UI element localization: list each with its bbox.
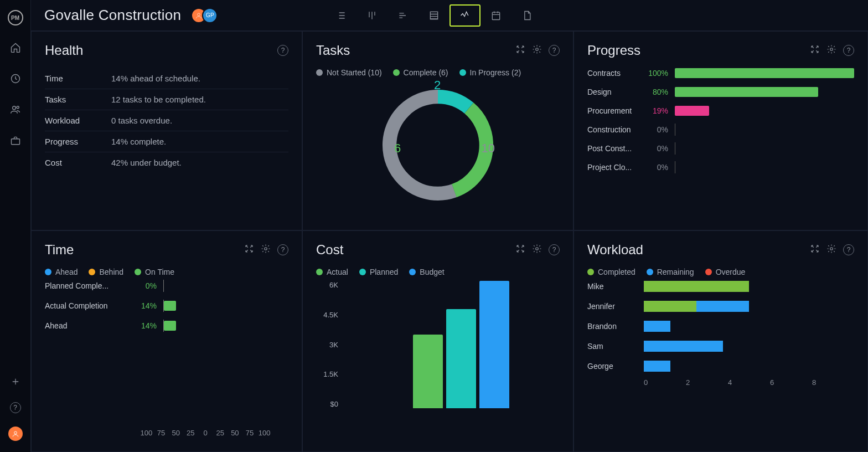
axis-label: 0	[644, 378, 686, 387]
legend-label: Actual	[327, 268, 348, 276]
progress-track	[675, 125, 854, 135]
legend-dot-icon	[705, 269, 712, 275]
expand-icon[interactable]	[515, 44, 525, 56]
axis-label: 75	[154, 429, 169, 437]
donut-value-complete: 6	[394, 141, 401, 156]
svg-point-13	[265, 248, 267, 250]
panel-time: Time ? Ahead Behind On Time Planned Comp…	[31, 230, 302, 452]
help-icon[interactable]: ?	[549, 244, 560, 255]
time-row: Planned Comple... 0%	[45, 281, 288, 291]
workload-name: Sam	[587, 342, 634, 351]
people-icon[interactable]	[10, 104, 21, 117]
cost-bar-actual	[413, 335, 443, 408]
gear-icon[interactable]	[826, 244, 836, 256]
workload-track	[644, 341, 854, 352]
view-file-icon[interactable]	[512, 4, 542, 27]
svg-point-1	[12, 106, 16, 110]
workload-bar-completed	[644, 281, 749, 292]
svg-point-4	[14, 432, 17, 434]
progress-name: Design	[587, 88, 638, 96]
legend-item: Actual	[316, 268, 348, 276]
legend-item: Planned	[359, 268, 398, 276]
user-avatar[interactable]	[8, 427, 23, 441]
axis-label: 8	[812, 378, 854, 387]
legend-dot-icon	[135, 269, 141, 275]
gear-icon[interactable]	[261, 244, 271, 256]
workload-row: Mike	[587, 281, 854, 292]
workload-name: Jennifer	[587, 302, 634, 311]
expand-icon[interactable]	[515, 244, 525, 256]
health-label: Cost	[45, 158, 111, 167]
help-icon[interactable]: ?	[277, 45, 288, 56]
expand-icon[interactable]	[810, 244, 820, 256]
home-icon[interactable]	[10, 42, 21, 55]
view-gantt-icon[interactable]	[388, 4, 418, 27]
briefcase-icon[interactable]	[10, 135, 21, 148]
legend-dot-icon	[393, 69, 400, 76]
view-sheet-icon[interactable]	[418, 4, 450, 27]
panel-title: Time	[45, 242, 74, 258]
help-icon[interactable]: ?	[549, 45, 560, 56]
progress-track	[675, 162, 854, 172]
tasks-donut-chart: 2 6 10	[374, 81, 502, 209]
help-icon[interactable]: ?	[10, 402, 21, 413]
axis-label: 25	[183, 429, 198, 437]
health-row: Progress 14% complete.	[45, 131, 288, 152]
progress-row: Design 80%	[587, 87, 854, 97]
cost-bar-planned	[446, 309, 476, 408]
legend-dot-icon	[316, 269, 323, 275]
progress-track	[675, 68, 854, 78]
workload-name: Mike	[587, 282, 634, 291]
axis-label: 75	[242, 429, 257, 437]
svg-point-8	[536, 48, 539, 51]
legend-dot-icon	[89, 269, 95, 275]
progress-bar	[675, 68, 854, 78]
donut-value-notstarted: 10	[482, 141, 495, 156]
legend-label: On Time	[145, 268, 174, 276]
gear-icon[interactable]	[826, 44, 836, 56]
time-row: Ahead 14%	[45, 321, 288, 331]
time-pct: 14%	[135, 321, 157, 330]
progress-zero-tick	[675, 161, 675, 173]
progress-pct: 100%	[645, 69, 668, 78]
legend-item: On Time	[135, 268, 174, 276]
gear-icon[interactable]	[532, 44, 542, 56]
legend-label: Budget	[420, 268, 444, 276]
view-list-icon[interactable]	[326, 4, 356, 27]
health-value: 42% under budget.	[111, 158, 182, 167]
clock-icon[interactable]	[10, 73, 21, 86]
panel-title: Cost	[316, 242, 343, 258]
legend-label: Completed	[598, 268, 636, 276]
help-icon[interactable]: ?	[843, 244, 854, 255]
health-value: 14% ahead of schedule.	[111, 74, 200, 83]
gear-icon[interactable]	[532, 244, 542, 256]
view-dashboard-icon[interactable]	[450, 4, 480, 27]
avatar[interactable]: GP	[202, 8, 218, 23]
axis-tick	[163, 280, 164, 292]
legend-dot-icon	[45, 269, 51, 275]
view-board-icon[interactable]	[356, 4, 388, 27]
plus-icon[interactable]	[11, 377, 20, 389]
time-pct: 0%	[135, 281, 157, 290]
axis-label: 2	[686, 378, 728, 387]
workload-bar-remaining	[644, 321, 670, 332]
expand-icon[interactable]	[244, 244, 254, 256]
member-avatars[interactable]: GP	[191, 8, 218, 23]
expand-icon[interactable]	[810, 44, 820, 56]
help-icon[interactable]: ?	[843, 45, 854, 56]
legend-label: Overdue	[716, 268, 746, 276]
legend-dot-icon	[316, 69, 323, 76]
progress-zero-tick	[675, 142, 675, 155]
progress-pct: 0%	[645, 125, 668, 134]
legend-item: Completed	[587, 268, 636, 276]
help-icon[interactable]: ?	[277, 244, 288, 255]
axis-label: 6	[770, 378, 812, 387]
progress-row: Project Clo... 0%	[587, 162, 854, 172]
workload-track	[644, 281, 854, 292]
axis-label: 0	[198, 429, 213, 437]
legend-item: In Progress (2)	[459, 68, 521, 77]
view-calendar-icon[interactable]	[480, 4, 512, 27]
app-logo[interactable]: PM	[8, 10, 23, 25]
health-row: Tasks 12 tasks to be completed.	[45, 89, 288, 110]
axis-label: 3K	[316, 341, 338, 349]
